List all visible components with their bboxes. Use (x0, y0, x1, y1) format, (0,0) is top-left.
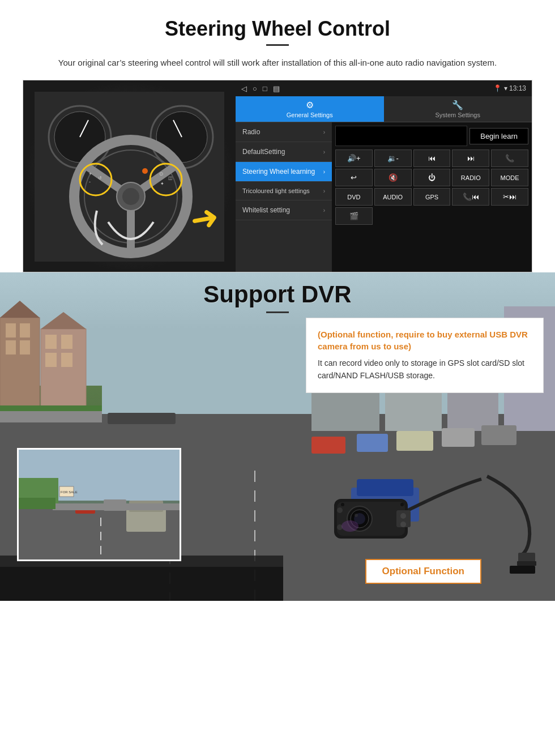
svg-text:↺: ↺ (98, 176, 102, 181)
nav-icons: ◁ ○ □ ▤ (241, 84, 280, 93)
system-icon: 🔧 (452, 100, 463, 110)
svg-rect-26 (6, 323, 16, 338)
dvr-info-description: It can record video only to storage in G… (318, 357, 532, 382)
svg-rect-33 (61, 335, 72, 349)
svg-point-67 (341, 520, 358, 532)
phone-prev-button[interactable]: 📞⏮ (452, 188, 489, 206)
menu-item-steering[interactable]: Steering Wheel learning › (236, 162, 332, 182)
svg-rect-41 (0, 411, 102, 422)
svg-point-13 (122, 188, 139, 205)
svg-point-72 (400, 503, 404, 506)
swc-title: Steering Wheel Control (23, 17, 532, 41)
chevron-icon: › (323, 188, 325, 194)
android-left-menu: Radio › DefaultSetting › Steering Wheel … (236, 122, 332, 272)
location-icon: 📍 (493, 84, 502, 92)
android-ui: ◁ ○ □ ▤ 📍 ▾ 13:13 ⚙ General Settings (236, 80, 532, 272)
extra-button[interactable]: 🎬 (335, 207, 373, 225)
tab-general-settings[interactable]: ⚙ General Settings (236, 96, 384, 122)
dvd-button[interactable]: DVD (335, 188, 373, 206)
svg-point-22 (142, 168, 148, 174)
wifi-icon: ▾ (504, 84, 507, 92)
vol-down-button[interactable]: 🔉- (374, 150, 412, 167)
svg-rect-32 (45, 335, 57, 349)
empty-input (335, 126, 467, 146)
svg-rect-57 (517, 561, 536, 566)
svg-text:+: + (89, 171, 92, 177)
android-status-icons: 📍 ▾ 13:13 (493, 84, 526, 92)
hangup-button[interactable]: ↩ (335, 169, 373, 186)
chevron-icon: › (323, 129, 325, 135)
chevron-icon: › (323, 207, 325, 213)
swc-wheel-photo: + - ↺ ⊙ ◫ ✦ ➜ (23, 80, 236, 272)
phone-button[interactable]: 📞 (491, 150, 528, 167)
mute-button[interactable]: 🔇 (374, 169, 412, 186)
power-button[interactable]: ⏻ (413, 169, 451, 186)
inset-scene-svg: FOR SALE (19, 450, 181, 561)
menu-item-tricolour[interactable]: Tricoloured light settings › (236, 182, 332, 200)
menu-whitelist-label: Whitelist setting (242, 206, 290, 214)
dvr-section: Support DVR (Optional function, require … (0, 272, 555, 601)
menu-tricolour-label: Tricoloured light settings (242, 187, 310, 194)
menu-item-radio[interactable]: Radio › (236, 122, 332, 142)
dvr-divider (266, 311, 289, 313)
recents-icon: □ (263, 84, 267, 93)
control-button-grid: 🔊+ 🔉- ⏮ ⏭ 📞 ↩ 🔇 ⏻ RADIO MODE DVD AUDIO G… (335, 150, 528, 225)
svg-rect-28 (6, 340, 16, 354)
tab-general-label: General Settings (287, 112, 333, 118)
swc-subtitle: Your original car’s steering wheel contr… (34, 56, 521, 70)
mode-button[interactable]: MODE (491, 169, 528, 186)
svg-rect-35 (61, 353, 72, 367)
svg-point-70 (400, 522, 406, 527)
tab-system-label: System Settings (436, 112, 480, 118)
svg-rect-29 (20, 340, 30, 354)
svg-text:⊙: ⊙ (159, 171, 164, 177)
android-topbar: ◁ ○ □ ▤ 📍 ▾ 13:13 (236, 80, 532, 96)
gps-button[interactable]: GPS (413, 188, 451, 206)
menu-radio-label: Radio (242, 128, 260, 136)
menu-default-label: DefaultSetting (242, 148, 285, 156)
prev-track-button[interactable]: ⏮ (413, 150, 451, 167)
chevron-icon: › (323, 169, 325, 175)
dvr-optional-text: (Optional function, require to buy exter… (318, 328, 532, 352)
audio-button[interactable]: AUDIO (374, 188, 412, 206)
android-content: Radio › DefaultSetting › Steering Wheel … (236, 122, 532, 272)
svg-point-64 (355, 514, 358, 517)
svg-rect-54 (0, 567, 283, 601)
swc-section: Steering Wheel Control Your original car… (0, 0, 555, 272)
settings-gear-icon: ⚙ (306, 100, 314, 110)
next-track-button[interactable]: ⏭ (452, 150, 489, 167)
android-right-panel: Begin learn 🔊+ 🔉- ⏮ ⏭ 📞 ↩ 🔇 ⏻ RADIO MODE (332, 122, 532, 272)
svg-rect-82 (19, 498, 56, 509)
dvr-inset-road-scene: FOR SALE (19, 450, 180, 559)
dvr-info-box: (Optional function, require to buy exter… (306, 318, 544, 393)
home-icon: ○ (253, 84, 257, 93)
svg-point-69 (400, 513, 406, 519)
svg-text:◫: ◫ (168, 176, 173, 181)
svg-text:✦: ✦ (160, 181, 164, 186)
tab-system-settings[interactable]: 🔧 System Settings (384, 96, 532, 122)
dvr-title-area: Support DVR (0, 281, 555, 313)
swc-divider (266, 44, 289, 46)
cut-next-button[interactable]: ✂⏭ (491, 188, 528, 206)
svg-rect-27 (20, 323, 30, 338)
svg-point-71 (341, 503, 344, 506)
panel-top-row: Begin learn (335, 126, 528, 146)
begin-learn-button[interactable]: Begin learn (469, 128, 528, 144)
radio-button[interactable]: RADIO (452, 169, 489, 186)
svg-rect-81 (53, 503, 181, 510)
dvr-inset-video: FOR SALE (17, 448, 181, 561)
svg-text:FOR SALE: FOR SALE (61, 490, 78, 494)
svg-text:-: - (89, 179, 91, 185)
menu-item-whitelist[interactable]: Whitelist setting › (236, 200, 332, 220)
screenshot-icon: ▤ (273, 84, 280, 93)
time-display: 13:13 (509, 84, 526, 92)
dvr-background: Support DVR (Optional function, require … (0, 272, 555, 601)
vol-up-button[interactable]: 🔊+ (335, 150, 373, 167)
svg-rect-55 (108, 413, 176, 424)
optional-function-button[interactable]: Optional Function (365, 559, 481, 584)
svg-rect-34 (45, 353, 57, 367)
svg-point-65 (337, 507, 343, 513)
menu-item-default[interactable]: DefaultSetting › (236, 142, 332, 162)
back-icon: ◁ (241, 84, 247, 93)
menu-steering-label: Steering Wheel learning (242, 168, 315, 176)
